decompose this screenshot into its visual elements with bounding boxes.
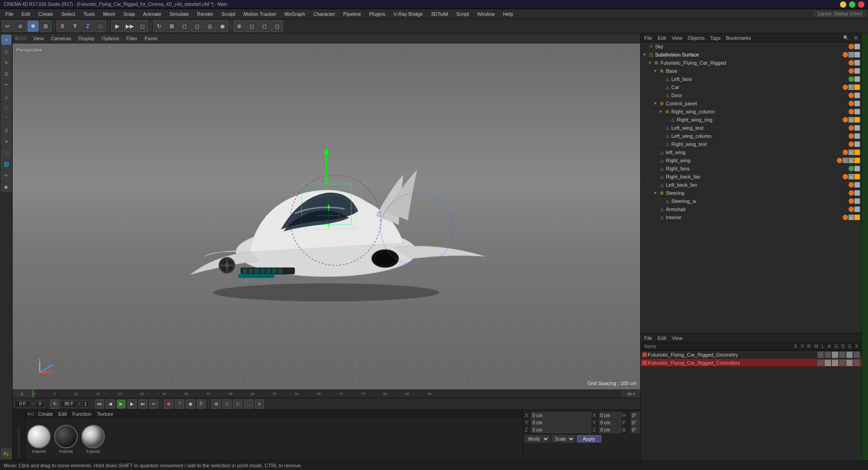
- obj-menu-objects[interactable]: Objects: [686, 35, 706, 41]
- render-button[interactable]: ▶▶: [124, 20, 136, 32]
- material-item-3[interactable]: Futurist: [81, 425, 105, 454]
- menu-file[interactable]: File: [2, 10, 17, 18]
- left-tool-deform[interactable]: ⟨⟩: [1, 125, 12, 136]
- attr-row-controllers[interactable]: Futuristic_Flying_Car_Rigged_Controllers: [641, 359, 862, 367]
- obj-menu-file[interactable]: File: [642, 35, 654, 41]
- mat-menu-create[interactable]: Create: [36, 411, 55, 417]
- close-button[interactable]: [858, 1, 864, 8]
- obj-item-steering[interactable]: ▼ ⊞ Steering: [641, 189, 862, 197]
- left-tool-move[interactable]: ✛: [1, 34, 12, 45]
- menu-render[interactable]: Render: [193, 10, 217, 18]
- menu-script[interactable]: Script: [453, 10, 472, 18]
- add-button[interactable]: ⊕: [14, 20, 26, 32]
- current-frame-input2[interactable]: [36, 400, 45, 408]
- menu-select[interactable]: Select: [58, 10, 79, 18]
- obj-item-left-back-fan[interactable]: △ Left_back_fan: [641, 181, 862, 189]
- go-start-button[interactable]: ⏮: [95, 400, 104, 409]
- attr-menu-edit[interactable]: Edit: [656, 335, 668, 341]
- obj-item-right-fans[interactable]: △ Right_fans: [641, 164, 862, 173]
- play-button[interactable]: ▶: [117, 400, 126, 409]
- menu-tools[interactable]: Tools: [80, 10, 99, 18]
- viewport-menu-view[interactable]: View: [30, 35, 47, 42]
- motion-button[interactable]: ©: [197, 400, 206, 409]
- left-tool-select[interactable]: ◻: [1, 46, 12, 56]
- maximize-button[interactable]: [849, 1, 855, 8]
- render-view-button[interactable]: ▶: [111, 20, 123, 32]
- snap-button[interactable]: ⊕: [233, 20, 245, 32]
- scale-button[interactable]: ⊠: [166, 20, 178, 32]
- viewport-menu-cameras[interactable]: Cameras: [48, 35, 74, 42]
- menu-motion-tracker[interactable]: Motion Tracker: [240, 10, 280, 18]
- obj-item-right-wing-column[interactable]: ▼ ⊞ Right_wing_column: [641, 108, 862, 116]
- viewport-menu-display[interactable]: Display: [75, 35, 97, 42]
- z-axis-button[interactable]: Z: [82, 20, 94, 32]
- coord-xr-input[interactable]: [599, 412, 622, 418]
- apply-button[interactable]: Apply: [577, 435, 601, 442]
- viewport[interactable]: Perspective Grid Spacing : 100 cm Z Y X: [13, 43, 640, 390]
- step-fwd-button[interactable]: ▶: [127, 400, 137, 409]
- left-tool-cube[interactable]: □: [1, 102, 12, 113]
- keyframe-button[interactable]: ◉: [186, 400, 195, 409]
- obj-item-car[interactable]: △ Car ✕: [641, 83, 862, 91]
- display-button[interactable]: ◻: [271, 20, 283, 32]
- mode-button2[interactable]: □: [233, 400, 242, 409]
- layout-label[interactable]: Layout: Startup (User): [814, 11, 866, 17]
- menu-character[interactable]: Character: [310, 10, 339, 18]
- material-item-1[interactable]: Futurist: [27, 425, 51, 454]
- obj-item-left-fans[interactable]: △ Left_fans: [641, 75, 862, 83]
- mat-menu-texture[interactable]: Texture: [95, 411, 115, 417]
- current-frame-input[interactable]: [14, 400, 31, 408]
- obj-menu-tags[interactable]: Tags: [708, 35, 722, 41]
- viewport-menu-options[interactable]: Options: [99, 35, 122, 42]
- attr-menu-view[interactable]: View: [670, 335, 684, 341]
- left-tool-camera[interactable]: ⬛: [1, 147, 12, 158]
- coord-x-input[interactable]: [531, 412, 591, 418]
- menu-mograph[interactable]: MoGraph: [281, 10, 309, 18]
- grid-button[interactable]: ⊞: [40, 20, 52, 32]
- obj-item-right-wing[interactable]: △ Right_wing ✕: [641, 156, 862, 164]
- play-rev-button[interactable]: ↩: [149, 400, 158, 409]
- deselect-button[interactable]: ◻: [191, 20, 203, 32]
- obj-item-sky[interactable]: ☀ Sky: [641, 42, 862, 51]
- dots-button[interactable]: …: [244, 400, 253, 409]
- y-axis-button[interactable]: Y: [69, 20, 81, 32]
- minimize-button[interactable]: [840, 1, 846, 8]
- left-tool-paint[interactable]: ✏: [1, 170, 12, 181]
- obj-item-door[interactable]: △ Door: [641, 91, 862, 99]
- menu-help[interactable]: Help: [500, 10, 517, 18]
- menu-create[interactable]: Create: [35, 10, 57, 18]
- move-button[interactable]: ✱: [27, 20, 39, 32]
- material-item-2[interactable]: Futurist: [54, 425, 78, 454]
- record-button[interactable]: ⏺: [164, 400, 173, 409]
- menu-sculpt[interactable]: Sculpt: [218, 10, 239, 18]
- obj-item-left-wing-column[interactable]: △ Left_wing_column: [641, 132, 862, 140]
- left-tool-python[interactable]: Py: [1, 448, 12, 459]
- coord-mode-select[interactable]: Scale Size: [552, 435, 575, 442]
- obj-item-armchair[interactable]: △ Armchair: [641, 205, 862, 213]
- undo-button[interactable]: ↩: [2, 20, 14, 32]
- left-tool-sculpt[interactable]: ◉: [1, 181, 12, 192]
- quantize-button[interactable]: ◻: [246, 20, 258, 32]
- attr-row-geometry[interactable]: Futuristic_Flying_Car_Rigged_Geometry: [641, 351, 862, 359]
- menu-snap[interactable]: Snap: [120, 10, 139, 18]
- obj-item-right-wing-ring[interactable]: △ Right_wing_ring ✕: [641, 116, 862, 124]
- render-settings-button[interactable]: ◻: [137, 20, 148, 32]
- left-tool-scale[interactable]: ⊡: [1, 68, 12, 79]
- obj-item-left-wing[interactable]: △ left_wing ✕: [641, 148, 862, 156]
- left-tool-scene[interactable]: 🌐: [1, 159, 12, 169]
- go-end-button[interactable]: ⏭: [138, 400, 147, 409]
- menu-mesh[interactable]: Mesh: [99, 10, 119, 18]
- viewport-menu-filter[interactable]: Filter: [123, 35, 140, 42]
- mode-button[interactable]: □: [222, 400, 231, 409]
- ring-select-button[interactable]: ◉: [217, 20, 228, 32]
- snap-to-objects[interactable]: ⊕: [212, 400, 221, 409]
- coord-z-input[interactable]: [531, 427, 591, 433]
- menu-simulate[interactable]: Simulate: [166, 10, 193, 18]
- rotate-button[interactable]: ↻: [153, 20, 165, 32]
- mat-menu-edit[interactable]: Edit: [57, 411, 69, 417]
- obj-item-subdivision[interactable]: ▼ ◫ Subdivision Surface: [641, 51, 862, 59]
- obj-item-steering-w[interactable]: △ Steering_w: [641, 197, 862, 205]
- left-tool-nurbs[interactable]: ⌒: [1, 113, 12, 124]
- coord-yr-input[interactable]: [599, 419, 622, 426]
- menu-vray[interactable]: V-Ray Bridge: [390, 10, 427, 18]
